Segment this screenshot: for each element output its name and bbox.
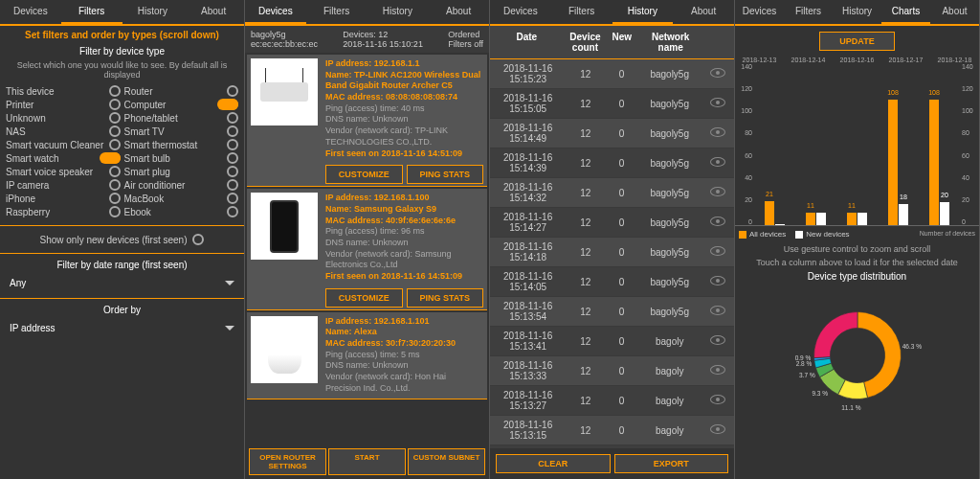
history-row[interactable]: 2018-11-1615:15:05120bagoly5g [490,89,734,119]
ping-stats-button[interactable]: PING STATS [407,288,484,308]
filter-unknown[interactable]: Unknown [6,112,121,124]
eye-icon[interactable] [710,68,725,78]
eye-icon[interactable] [710,127,725,137]
radio-icon[interactable] [109,179,121,191]
eye-icon[interactable] [710,395,725,404]
new-devices-toggle-row[interactable]: Show only new devices (first seen) [0,230,244,249]
filter-nas[interactable]: NAS [6,125,121,137]
radio-icon[interactable] [109,85,121,97]
filter-smart-tv[interactable]: Smart TV [124,125,239,137]
filter-air-conditioner[interactable]: Air conditioner [124,179,239,191]
radio-icon[interactable] [227,85,238,97]
eye-icon[interactable] [710,335,725,345]
export-button[interactable]: EXPORT [614,454,729,473]
device-row[interactable]: IP address: 192.168.1.101Name: AlexaMAC … [247,312,487,399]
bar-chart[interactable]: 140120100806040200 140120100806040200 21… [735,63,979,226]
filter-smart-voice-speaker[interactable]: Smart voice speaker [6,166,121,177]
radio-icon[interactable] [109,112,121,124]
history-row[interactable]: 2018-11-1615:14:49120bagoly5g [490,119,734,148]
history-row[interactable]: 2018-11-1615:15:23120bagoly5g [490,59,734,89]
start-button[interactable]: START [328,448,406,475]
radio-icon[interactable] [227,193,238,204]
radio-icon[interactable] [227,179,238,191]
tab-devices[interactable]: Devices [490,0,551,24]
radio-icon[interactable] [109,99,121,110]
filter-phone/tablet[interactable]: Phone/tablet [124,112,239,124]
radio-icon[interactable] [109,166,121,177]
radio-icon[interactable] [109,139,121,150]
tab-filters[interactable]: Filters [61,0,122,24]
filter-smart-watch[interactable]: Smart watch [6,152,121,164]
tab-filters[interactable]: Filters [551,0,612,24]
date-filter-select[interactable]: Any [0,272,244,294]
radio-icon[interactable] [192,234,204,245]
tab-devices[interactable]: Devices [0,0,61,24]
history-row[interactable]: 2018-11-1615:14:32120bagoly5g [490,178,734,208]
eye-icon[interactable] [710,187,725,196]
ping-stats-button[interactable]: PING STATS [407,165,484,184]
eye-icon[interactable] [710,276,725,285]
tab-about[interactable]: About [183,0,244,24]
filter-smart-vacuum-cleaner[interactable]: Smart vacuum Cleaner [6,139,121,150]
radio-icon[interactable] [227,166,238,177]
donut-chart[interactable]: 46.3 %11.1 %9.3 %3.7 %2.8 %0.9 % [735,284,979,427]
radio-icon[interactable] [227,152,238,164]
history-row[interactable]: 2018-11-1615:13:33120bagoly [490,356,734,386]
history-row[interactable]: 2018-11-1615:14:39120bagoly5g [490,148,734,178]
tab-devices[interactable]: Devices [735,0,784,24]
eye-icon[interactable] [710,365,725,375]
radio-icon[interactable] [227,112,238,124]
eye-icon[interactable] [710,157,725,167]
filter-smart-plug[interactable]: Smart plug [124,166,239,177]
radio-icon[interactable] [109,193,121,204]
filter-smart-bulb[interactable]: Smart bulb [124,152,239,164]
filter-smart-thermostat[interactable]: Smart thermostat [124,139,239,150]
history-row[interactable]: 2018-11-1615:13:54120bagoly5g [490,297,734,327]
radio-icon[interactable] [109,206,121,217]
toggle-icon[interactable] [217,99,238,110]
toggle-icon[interactable] [100,152,121,164]
device-row[interactable]: IP address: 192.168.1.1Name: TP-LINK AC1… [247,55,487,187]
radio-icon[interactable] [227,139,238,150]
tab-about[interactable]: About [930,0,979,24]
eye-icon[interactable] [710,246,725,256]
tab-history[interactable]: History [122,0,184,24]
eye-icon[interactable] [710,98,725,107]
tab-about[interactable]: About [428,0,489,24]
filter-ebook[interactable]: Ebook [124,206,239,217]
update-button[interactable]: UPDATE [819,32,894,51]
history-row[interactable]: 2018-11-1615:13:15120bagoly [490,416,734,445]
tab-about[interactable]: About [673,0,734,24]
eye-icon[interactable] [710,424,725,434]
history-row[interactable]: 2018-11-1615:13:27120bagoly [490,386,734,416]
order-by-select[interactable]: IP address [0,317,244,339]
filter-router[interactable]: Router [124,85,239,97]
tab-history[interactable]: History [368,0,429,24]
tab-history[interactable]: History [612,0,674,24]
tab-charts[interactable]: Charts [881,0,930,24]
tab-filters[interactable]: Filters [306,0,368,24]
filter-macbook[interactable]: MacBook [124,193,239,204]
device-row[interactable]: IP address: 192.168.1.100Name: Samsung G… [247,189,487,310]
eye-icon[interactable] [710,217,725,226]
history-row[interactable]: 2018-11-1615:14:05120bagoly5g [490,267,734,297]
tab-devices[interactable]: Devices [245,0,306,24]
clear-button[interactable]: CLEAR [496,454,611,473]
history-row[interactable]: 2018-11-1615:14:27120bagoly5g [490,208,734,238]
radio-icon[interactable] [109,125,121,137]
filter-ip-camera[interactable]: IP camera [6,179,121,191]
customize-button[interactable]: CUSTOMIZE [325,288,403,308]
open-router-button[interactable]: OPEN ROUTER SETTINGS [249,448,326,475]
radio-icon[interactable] [227,125,238,137]
history-row[interactable]: 2018-11-1615:13:41120bagoly [490,327,734,356]
eye-icon[interactable] [710,306,725,315]
tab-filters[interactable]: Filters [784,0,833,24]
filter-iphone[interactable]: iPhone [6,193,121,204]
filter-raspberry[interactable]: Raspberry [6,206,121,217]
filter-computer[interactable]: Computer [124,99,239,110]
custom-subnet-button[interactable]: CUSTOM SUBNET [408,448,485,475]
tab-history[interactable]: History [833,0,881,24]
filter-this-device[interactable]: This device [6,85,121,97]
radio-icon[interactable] [227,206,238,217]
filter-printer[interactable]: Printer [6,99,121,110]
